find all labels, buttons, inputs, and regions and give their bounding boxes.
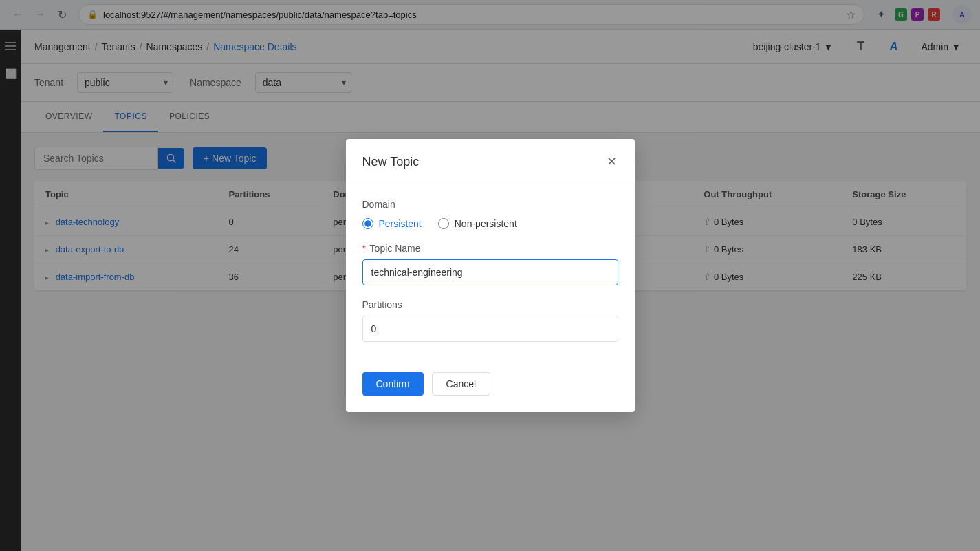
partitions-label: Partitions (362, 299, 618, 310)
non-persistent-option[interactable]: Non-persistent (438, 218, 517, 229)
modal-close-button[interactable]: ✕ (605, 153, 618, 171)
topic-name-group: * Topic Name (362, 243, 618, 285)
domain-group: Domain Persistent Non-persistent (362, 199, 618, 229)
topic-name-label-text: Topic Name (370, 243, 421, 254)
modal-overlay[interactable]: New Topic ✕ Domain Persistent Non-persis… (0, 0, 980, 551)
persistent-label: Persistent (379, 218, 422, 229)
partitions-group: Partitions (362, 299, 618, 342)
partitions-input[interactable] (362, 316, 618, 342)
non-persistent-label: Non-persistent (455, 218, 517, 229)
modal-footer: Confirm Cancel (346, 372, 635, 412)
modal-title: New Topic (362, 155, 420, 169)
topic-name-label: * Topic Name (362, 243, 618, 254)
cancel-button[interactable]: Cancel (432, 372, 491, 396)
topic-name-input[interactable] (362, 259, 618, 285)
required-star: * (362, 243, 366, 254)
non-persistent-radio[interactable] (438, 218, 449, 229)
persistent-radio[interactable] (362, 218, 373, 229)
domain-label: Domain (362, 199, 618, 210)
domain-radio-group: Persistent Non-persistent (362, 218, 618, 229)
close-icon: ✕ (607, 154, 617, 169)
modal-body: Domain Persistent Non-persistent * To (346, 182, 635, 372)
persistent-option[interactable]: Persistent (362, 218, 422, 229)
confirm-button[interactable]: Confirm (362, 372, 424, 396)
new-topic-modal: New Topic ✕ Domain Persistent Non-persis… (346, 139, 635, 412)
modal-header: New Topic ✕ (346, 139, 635, 182)
